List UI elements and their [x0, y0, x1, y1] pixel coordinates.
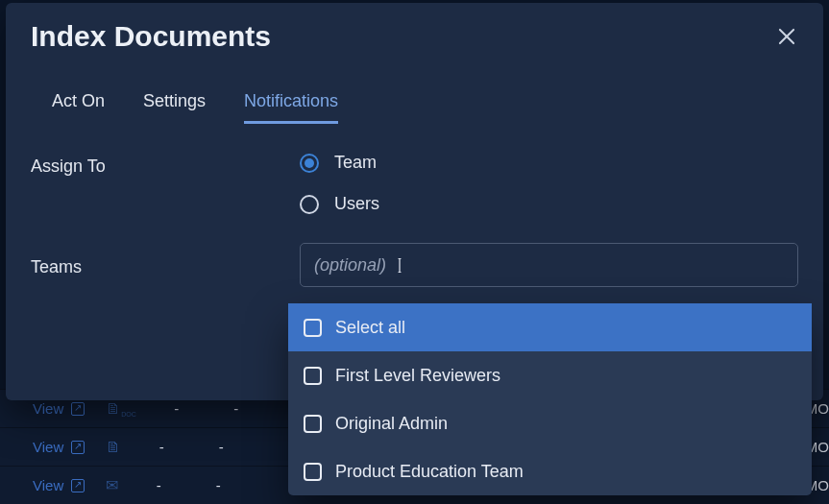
option-first-level-reviewers[interactable]: First Level Reviewers: [288, 351, 812, 399]
open-icon: [71, 479, 85, 492]
open-icon: [71, 441, 85, 454]
close-icon[interactable]: [775, 25, 798, 48]
option-select-all[interactable]: Select all: [288, 303, 812, 351]
view-link[interactable]: View: [33, 439, 85, 455]
modal-title: Index Documents: [31, 20, 271, 53]
assign-to-group: TeamUsers: [300, 153, 379, 214]
mail-icon: ✉: [106, 476, 118, 494]
view-link[interactable]: View: [33, 400, 85, 417]
option-label: Product Education Team: [335, 462, 524, 482]
option-product-education-team[interactable]: Product Education Team: [288, 447, 812, 495]
tab-notifications[interactable]: Notifications: [244, 91, 338, 124]
teams-dropdown: Select allFirst Level ReviewersOriginal …: [288, 303, 812, 495]
open-icon: [71, 402, 85, 416]
radio-users[interactable]: Users: [300, 194, 379, 214]
option-original-admin[interactable]: Original Admin: [288, 399, 812, 447]
cell-dash: -: [139, 477, 178, 493]
assign-to-label: Assign To: [31, 153, 300, 177]
cell-dash: -: [158, 400, 196, 417]
radio-icon: [300, 195, 319, 214]
checkbox-icon: [304, 415, 322, 433]
doc-icon: 🗎DOC: [106, 400, 136, 418]
radio-label: Users: [334, 194, 379, 214]
radio-icon: [300, 154, 319, 173]
text-cursor-icon: I: [398, 252, 402, 278]
cell-dash: -: [202, 439, 240, 455]
tab-bar: Act OnSettingsNotifications: [31, 91, 798, 124]
radio-team[interactable]: Team: [300, 153, 379, 173]
teams-placeholder: (optional): [314, 255, 386, 276]
radio-label: Team: [334, 153, 377, 173]
view-link[interactable]: View: [33, 477, 85, 493]
tab-settings[interactable]: Settings: [143, 91, 206, 123]
checkbox-icon: [304, 319, 322, 337]
teams-label: Teams: [31, 253, 300, 277]
tab-act-on[interactable]: Act On: [52, 91, 105, 123]
pdf-icon: 🗎: [106, 439, 121, 456]
option-label: First Level Reviewers: [335, 366, 500, 386]
option-label: Original Admin: [335, 414, 448, 434]
cell-dash: -: [217, 400, 256, 417]
teams-select[interactable]: (optional) I: [300, 243, 798, 287]
checkbox-icon: [304, 463, 322, 481]
checkbox-icon: [304, 367, 322, 385]
cell-dash: -: [142, 439, 181, 455]
option-label: Select all: [335, 318, 405, 338]
cell-dash: -: [199, 477, 237, 493]
